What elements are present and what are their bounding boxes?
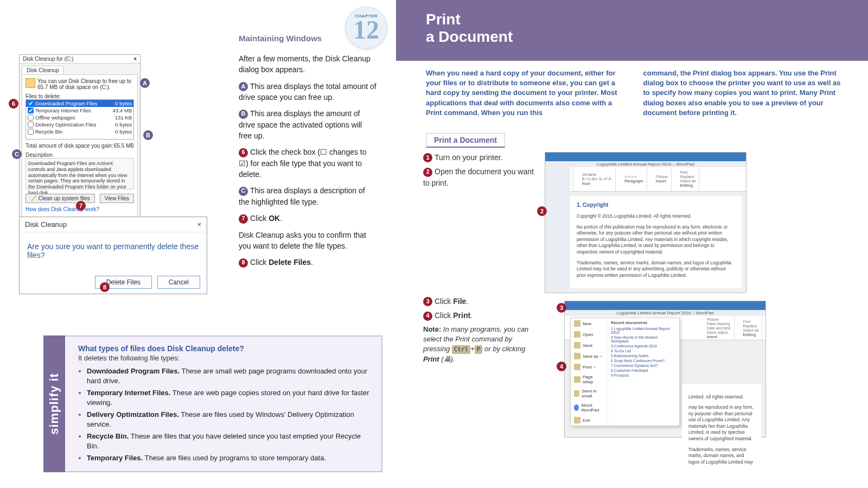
recent-item[interactable]: 1 Logophilia Limited Annual Report 2016 (611, 326, 676, 335)
description-text: Downloaded Program Files are ActiveX con… (25, 158, 134, 189)
email-icon (574, 390, 579, 397)
list-item[interactable]: Downloaded Program Files0 bytes (26, 100, 133, 107)
chapter-number: 12 (346, 15, 387, 45)
label-c-icon: C (12, 149, 22, 159)
clean-system-files-button[interactable]: 🧹 Clean up system files (25, 194, 95, 203)
print-icon (574, 364, 580, 370)
dialog-title: Disk Cleanup for (C:) (23, 56, 73, 62)
help-link[interactable]: How does Disk Cleanup work? (25, 206, 99, 212)
menu-saveas[interactable]: Save as › (571, 351, 608, 362)
label-a-icon: A (140, 78, 150, 88)
recent-item[interactable]: 3 Conference Agenda 2016 (611, 344, 676, 348)
cancel-button[interactable]: Cancel (157, 276, 200, 289)
confirm-message: Are you sure you want to permanently del… (20, 232, 207, 278)
callout-4: 4 (423, 312, 432, 321)
label-8-icon: 8 (100, 282, 110, 292)
page-title-hero: Printa Document (396, 0, 868, 61)
callout-c: C (239, 187, 248, 196)
recent-item[interactable]: 8 Customer Feedback (611, 368, 676, 373)
pin-2-icon: 2 (537, 206, 547, 216)
simplify-list: Downloaded Program Files. These are smal… (78, 366, 372, 463)
simplify-it-box: simplify it What types of files does Dis… (43, 335, 382, 472)
close-icon[interactable]: × (197, 220, 201, 229)
dialog2-title: Disk Cleanup (25, 220, 67, 229)
intro-paragraphs: When you need a hard copy of your docume… (396, 61, 868, 123)
callout-7: 7 (239, 214, 248, 224)
open-icon (574, 331, 580, 338)
intro-text: You can use Disk Cleanup to free up to 6… (37, 78, 134, 90)
steps-block-1: 1Turn on your printer. 2Open the documen… (423, 152, 537, 293)
recent-item[interactable]: 4 To-Do List (611, 348, 676, 353)
instruction-text: After a few moments, the Disk Cleanup di… (239, 53, 377, 274)
list-item[interactable]: Temporary Internet Files43.4 MB (26, 107, 133, 114)
label-7-icon: 7 (76, 201, 86, 211)
new-icon (574, 320, 580, 327)
chapter-badge: CHAPTER 12 (345, 7, 387, 49)
description-heading: Description (25, 152, 134, 158)
checkbox[interactable] (28, 107, 34, 113)
view-files-button[interactable]: View Files (100, 194, 134, 203)
document-body-2: Limited. All rights reserved. may be rep… (682, 384, 761, 465)
file-list[interactable]: Downloaded Program Files0 bytes Temporar… (25, 99, 134, 140)
pagesetup-icon (574, 376, 580, 383)
menu-new[interactable]: New (571, 318, 608, 329)
checkbox[interactable] (28, 100, 34, 106)
file-menu[interactable]: New Open Save Save as › Print › Page set… (570, 318, 680, 426)
label-b-icon: B (143, 130, 153, 140)
recent-heading: Recent documents (611, 320, 676, 325)
simplify-answer: It deletes the following file types: (78, 354, 372, 362)
wordpad-ribbon: PasteCutCopyClipboard VerdanaB I U abc X… (545, 167, 746, 192)
wordpad-titlebar: Logophilia Limited Annual Report 2016 – … (545, 161, 746, 167)
menu-pagesetup[interactable]: Page setup (571, 372, 608, 386)
section-title: Maintaining Windows (239, 34, 322, 43)
simplify-bar: simplify it (43, 335, 65, 472)
cleanup-icon (25, 78, 35, 88)
menu-send[interactable]: Send in email (571, 386, 608, 401)
close-icon[interactable]: × (133, 56, 137, 62)
menu-about[interactable]: About WordPad (571, 401, 608, 415)
menu-open[interactable]: Open (571, 329, 608, 340)
menu-exit[interactable]: Exit (571, 415, 608, 426)
total-value: 65.5 MB (114, 143, 134, 149)
callout-1: 1 (423, 153, 432, 162)
info-icon (574, 404, 579, 411)
callout-6: 6 (239, 148, 248, 157)
exit-icon (574, 417, 580, 423)
pin-4-icon: 4 (557, 362, 566, 371)
checkbox[interactable] (28, 115, 34, 121)
list-item[interactable]: Offline webpages131 KB (26, 114, 133, 121)
files-to-delete-label: Files to delete: (25, 93, 134, 99)
subheading: Print a Document (426, 133, 505, 148)
recent-item[interactable]: 2 New Words in the Modern Workplace (611, 335, 676, 344)
recent-item[interactable]: 7 Commence Dynamic Act? (611, 363, 676, 368)
checkbox[interactable] (28, 122, 34, 128)
recent-item[interactable]: 5 Brainstorming Notes (611, 353, 676, 358)
list-item[interactable]: Recycle Bin0 bytes (26, 128, 133, 135)
screenshot-2: Logophilia Limited Annual Report 2016 – … (564, 301, 766, 438)
simplify-question: What types of files does Disk Cleanup de… (78, 344, 372, 353)
menu-print[interactable]: Print › (571, 362, 608, 372)
menu-save[interactable]: Save (571, 340, 608, 351)
pin-3-icon: 3 (557, 303, 566, 313)
list-item[interactable]: Delivery Optimization Files0 bytes (26, 121, 133, 128)
label-6-icon: 6 (9, 99, 18, 109)
callout-b: B (239, 110, 248, 119)
callout-2: 2 (423, 168, 432, 177)
callout-8: 8 (239, 258, 248, 268)
saveas-icon (574, 353, 580, 359)
confirm-delete-dialog: Disk Cleanup × Are you sure you want to … (19, 217, 207, 294)
para-intro: After a few moments, the Disk Cleanup di… (239, 53, 377, 75)
screenshot-1: Logophilia Limited Annual Report 2016 – … (545, 152, 746, 293)
callout-a: A (239, 82, 248, 91)
steps-block-2: 3Click File. 4Click Print. Note: In many… (423, 296, 537, 367)
document-body: 1. Copyright Copyright © 2015 Logophilia… (570, 196, 742, 288)
checkbox[interactable] (28, 129, 34, 135)
callout-3: 3 (423, 297, 432, 306)
save-icon (574, 342, 580, 348)
recent-item[interactable]: 6 Soup-Nuts Continuum Prune? (611, 358, 676, 363)
tab-disk-cleanup[interactable]: Disk Cleanup (22, 66, 63, 74)
recent-item[interactable]: 9 Products (611, 373, 676, 378)
